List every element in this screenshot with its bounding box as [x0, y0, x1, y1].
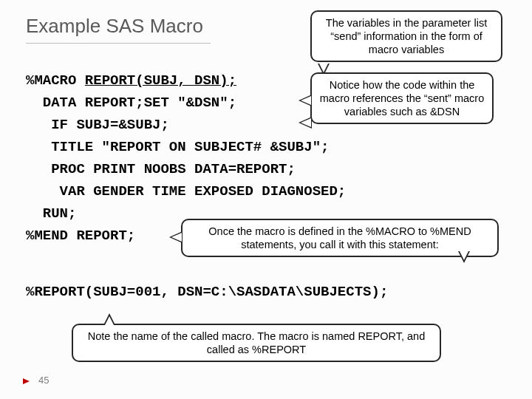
code-line-9: %REPORT(SUBJ=001, DSN=C:\SASDATA\SUBJECT… [26, 284, 388, 300]
macro-keyword: %MACRO [26, 72, 85, 89]
callout-call-pointer-left [169, 231, 183, 243]
code-line-5: PROC PRINT NOOBS DATA=REPORT; [26, 161, 296, 177]
callout-macro-name-pointer [103, 313, 115, 325]
callout-macro-name: Note the name of the called macro. The m… [72, 324, 441, 362]
title-underline [26, 43, 211, 44]
callout-call-statement: Once the macro is defined in the %MACRO … [181, 219, 499, 257]
code-line-1: %MACRO REPORT(SUBJ, DSN); [26, 72, 236, 89]
callout-parameters: The variables in the parameter list “sen… [310, 10, 502, 62]
page-number: 45 [38, 375, 49, 386]
code-line-6: VAR GENDER TIME EXPOSED DIAGNOSED; [26, 183, 346, 200]
callout-references-pointer-2 [299, 117, 312, 129]
callout-references: Notice how the code within the macro ref… [310, 72, 494, 124]
code-line-3: IF SUBJ=&SUBJ; [26, 117, 169, 133]
code-line-4: TITLE "REPORT ON SUBJECT# &SUBJ"; [26, 139, 329, 155]
callout-references-pointer-1 [299, 95, 312, 106]
code-line-7: RUN; [26, 205, 76, 222]
code-line-2: DATA REPORT;SET "&DSN"; [26, 95, 236, 111]
slide-title: Example SAS Macro [26, 15, 203, 38]
page-indicator-icon [22, 376, 33, 386]
callout-call-pointer-down [458, 251, 470, 263]
code-line-8: %MEND REPORT; [26, 228, 135, 244]
macro-signature: REPORT(SUBJ, DSN); [85, 72, 236, 89]
